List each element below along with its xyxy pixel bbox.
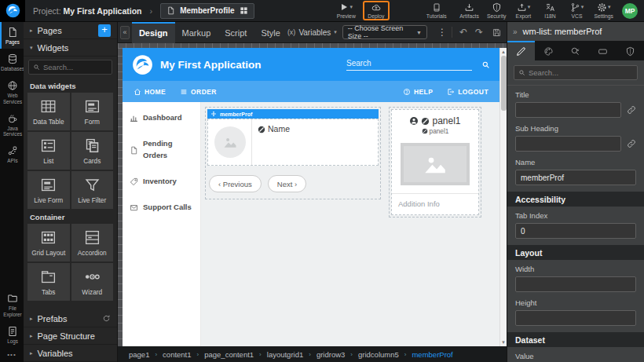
page-selector[interactable]: MemberProfile	[160, 3, 254, 19]
collapse-left-panel-button[interactable]: «	[120, 26, 130, 39]
save-button[interactable]	[487, 27, 507, 38]
rail-item-databases[interactable]: Databases	[0, 49, 24, 75]
tab-properties[interactable]	[507, 41, 535, 60]
screen-size-select[interactable]: -- Choose Screen Size -- ▼	[342, 25, 427, 39]
scroll-up-arrow[interactable]: ▲	[501, 48, 506, 56]
widget-tile-wizard[interactable]: Wizard	[71, 263, 114, 301]
sidebar-item-pending-orders[interactable]: Pending Orders	[130, 138, 193, 161]
tab-device[interactable]	[589, 41, 617, 60]
app-search-field[interactable]	[346, 59, 472, 71]
widget-search[interactable]	[28, 60, 112, 75]
pages-accordion-header[interactable]: ▸ Pages +	[24, 22, 117, 39]
caret-down-icon[interactable]: ▾	[581, 4, 584, 10]
widget-tile-list[interactable]: List	[27, 132, 70, 170]
widget-search-input[interactable]	[43, 63, 108, 71]
kebab-menu-icon[interactable]: ⋮	[433, 27, 452, 38]
tab-design[interactable]: Design	[132, 22, 175, 43]
caret-down-icon[interactable]: ▾	[528, 4, 531, 10]
widget-tile-live-form[interactable]: Live Form	[27, 171, 70, 209]
breadcrumb-item[interactable]: page1	[129, 350, 149, 359]
widget-tile-form[interactable]: Form	[71, 93, 114, 130]
breadcrumb-item[interactable]: page_content1	[204, 350, 254, 359]
add-page-button[interactable]: +	[98, 24, 111, 37]
panel-footer[interactable]: Addition Info	[392, 193, 478, 214]
widget-tile-cards[interactable]: Cards	[71, 132, 114, 170]
widget-tile-live-filter[interactable]: Live Filter	[71, 171, 114, 209]
widget-tile-tabs[interactable]: Tabs	[27, 263, 70, 301]
panel-widget-column[interactable]: panel1 panel1 Addition In	[389, 107, 481, 218]
panel-image-placeholder[interactable]	[401, 143, 470, 185]
tab-style[interactable]: Style	[254, 22, 287, 43]
subheading-input[interactable]	[515, 136, 621, 152]
name-input[interactable]	[515, 170, 636, 185]
breadcrumb-item[interactable]: gridcolumn5	[358, 350, 399, 359]
list-widget-column[interactable]: memberProf Name	[205, 107, 381, 199]
i18n-button[interactable]: I18N	[536, 2, 563, 20]
caret-down-icon[interactable]: ▾	[349, 4, 353, 10]
breadcrumb-item[interactable]: layoutgrid1	[267, 350, 303, 359]
tabindex-input[interactable]	[515, 223, 636, 239]
breadcrumb-item[interactable]: content1	[163, 350, 191, 359]
vcs-button[interactable]: ▾ VCS	[563, 2, 590, 20]
canvas-vertical-scrollbar[interactable]: ▲ ▼	[499, 48, 507, 346]
width-input[interactable]	[515, 276, 636, 292]
prefabs-accordion-header[interactable]: ▸ Prefabs	[24, 310, 117, 327]
wavemaker-logo[interactable]	[0, 0, 25, 22]
widget-tile-accordion[interactable]: Accordion	[71, 224, 114, 261]
scroll-down-arrow[interactable]: ▼	[501, 338, 506, 346]
avatar[interactable]: MP	[622, 3, 638, 19]
sidebar-item-inventory[interactable]: Inventory	[130, 176, 193, 187]
tab-markup[interactable]: Markup	[175, 22, 218, 43]
rail-item-pages[interactable]: Pages	[0, 22, 24, 49]
settings-button[interactable]: ▾ Settings	[590, 2, 617, 20]
tab-styles[interactable]	[535, 41, 562, 60]
collapse-right-panel-button[interactable]: »	[513, 27, 518, 36]
nav-home[interactable]: HOME	[134, 88, 166, 96]
bind-title-icon[interactable]	[627, 105, 636, 115]
sidebar-item-support-calls[interactable]: Support Calls	[130, 202, 193, 213]
page-structure-accordion-header[interactable]: ▸ Page Structure	[24, 327, 117, 345]
property-search-input[interactable]	[529, 68, 633, 77]
sidebar-item-dashboard[interactable]: Dashboard	[130, 112, 193, 123]
panel-subtitle[interactable]: panel1	[430, 127, 449, 135]
nav-logout[interactable]: LOGOUT	[447, 88, 488, 96]
tab-script[interactable]: Script	[218, 22, 254, 43]
widgets-accordion-header[interactable]: ▾ Widgets	[24, 39, 117, 57]
bind-subheading-icon[interactable]	[627, 139, 636, 148]
rail-item-apis[interactable]: APIs	[0, 141, 24, 167]
deploy-button[interactable]: Deploy	[363, 1, 390, 20]
list-item-template[interactable]: Name	[207, 119, 379, 166]
widget-tile-data-table[interactable]: Data Table	[27, 93, 70, 130]
rail-item-web-services[interactable]: Web Services	[0, 75, 24, 108]
preview-button[interactable]: ▾ Preview	[333, 2, 360, 20]
tab-events[interactable]	[562, 41, 590, 60]
widget-tile-grid-layout[interactable]: Grid Layout	[27, 224, 70, 261]
rail-item-logs[interactable]: Logs	[0, 321, 24, 348]
refresh-icon[interactable]	[102, 314, 111, 323]
rail-item-file-explorer[interactable]: File Explorer	[0, 288, 24, 320]
nav-order[interactable]: ORDER	[180, 88, 217, 96]
rail-item-java-services[interactable]: Java Services	[0, 108, 24, 141]
app-search-input[interactable]	[346, 59, 472, 68]
rail-more-button[interactable]: •••	[0, 348, 24, 362]
list-item-name-field[interactable]: Name	[268, 124, 290, 133]
variables-dropdown[interactable]: (x) Variables ▾	[287, 28, 337, 37]
undo-button[interactable]: ↶	[456, 27, 471, 38]
artifacts-button[interactable]: Artifacts	[456, 2, 483, 20]
list-item-image-placeholder[interactable]	[214, 126, 246, 158]
security-button[interactable]: Security	[483, 2, 510, 20]
tab-security[interactable]	[617, 41, 644, 60]
next-page-button[interactable]: Next ›	[268, 175, 306, 192]
scrollbar-thumb[interactable]	[501, 56, 507, 111]
panel-title[interactable]: panel1	[432, 115, 460, 126]
grid-icon[interactable]	[240, 6, 248, 15]
tutorials-button[interactable]: Tutorials	[423, 2, 451, 20]
search-icon[interactable]	[481, 60, 490, 69]
breadcrumb-item[interactable]: gridrow3	[317, 350, 345, 359]
property-search[interactable]	[514, 65, 638, 80]
caret-down-icon[interactable]: ▾	[608, 4, 611, 10]
previous-page-button[interactable]: ‹ Previous	[209, 175, 262, 192]
panel-widget[interactable]: panel1 panel1 Addition In	[391, 109, 479, 215]
title-input[interactable]	[515, 102, 621, 118]
export-button[interactable]: ▾ Export	[510, 2, 536, 20]
